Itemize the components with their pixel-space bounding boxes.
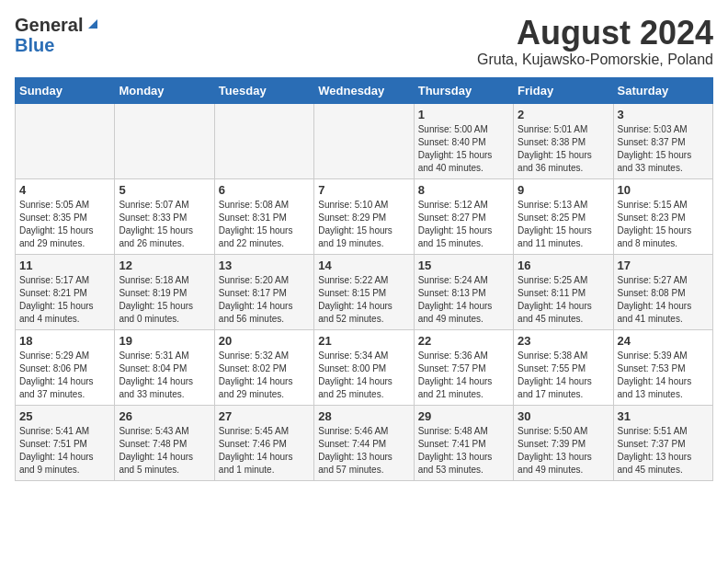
calendar-cell: 6Sunrise: 5:08 AM Sunset: 8:31 PM Daylig… <box>214 178 313 254</box>
day-number: 4 <box>19 183 110 197</box>
day-info: Sunrise: 5:22 AM Sunset: 8:15 PM Dayligh… <box>318 274 409 326</box>
calendar-cell <box>115 103 214 178</box>
logo-general: General <box>15 15 83 35</box>
calendar-cell: 13Sunrise: 5:20 AM Sunset: 8:17 PM Dayli… <box>214 254 313 329</box>
header-wednesday: Wednesday <box>314 77 414 103</box>
day-number: 14 <box>318 259 409 272</box>
calendar-cell: 18Sunrise: 5:29 AM Sunset: 8:06 PM Dayli… <box>16 329 115 405</box>
day-info: Sunrise: 5:43 AM Sunset: 7:48 PM Dayligh… <box>119 425 210 477</box>
day-info: Sunrise: 5:01 AM Sunset: 8:38 PM Dayligh… <box>518 123 609 175</box>
header-monday: Monday <box>115 77 214 103</box>
calendar-cell: 7Sunrise: 5:10 AM Sunset: 8:29 PM Daylig… <box>314 178 414 254</box>
day-number: 13 <box>219 259 310 272</box>
day-info: Sunrise: 5:08 AM Sunset: 8:31 PM Dayligh… <box>219 199 310 250</box>
day-info: Sunrise: 5:39 AM Sunset: 7:53 PM Dayligh… <box>618 350 709 401</box>
calendar-cell: 25Sunrise: 5:41 AM Sunset: 7:51 PM Dayli… <box>16 405 115 480</box>
day-number: 6 <box>219 183 310 197</box>
day-info: Sunrise: 5:05 AM Sunset: 8:35 PM Dayligh… <box>19 199 110 250</box>
day-number: 17 <box>618 259 709 272</box>
day-number: 31 <box>618 409 709 423</box>
day-info: Sunrise: 5:31 AM Sunset: 8:04 PM Dayligh… <box>119 350 210 401</box>
page-header: General Blue August 2024 Gruta, Kujawsko… <box>15 15 713 68</box>
day-number: 10 <box>618 183 709 197</box>
calendar-week-1: 1Sunrise: 5:00 AM Sunset: 8:40 PM Daylig… <box>16 103 713 178</box>
day-number: 20 <box>219 334 310 348</box>
day-number: 12 <box>119 259 210 272</box>
calendar-cell: 26Sunrise: 5:43 AM Sunset: 7:48 PM Dayli… <box>115 405 214 480</box>
header-row: Sunday Monday Tuesday Wednesday Thursday… <box>16 77 713 103</box>
header-sunday: Sunday <box>16 77 115 103</box>
calendar-cell: 10Sunrise: 5:15 AM Sunset: 8:23 PM Dayli… <box>613 178 712 254</box>
calendar-cell: 23Sunrise: 5:38 AM Sunset: 7:55 PM Dayli… <box>514 329 613 405</box>
calendar-cell: 24Sunrise: 5:39 AM Sunset: 7:53 PM Dayli… <box>613 329 712 405</box>
calendar-cell: 20Sunrise: 5:32 AM Sunset: 8:02 PM Dayli… <box>214 329 313 405</box>
day-number: 24 <box>618 334 709 348</box>
day-info: Sunrise: 5:29 AM Sunset: 8:06 PM Dayligh… <box>19 350 110 401</box>
logo: General Blue <box>15 15 101 55</box>
calendar-week-4: 18Sunrise: 5:29 AM Sunset: 8:06 PM Dayli… <box>16 329 713 405</box>
day-info: Sunrise: 5:00 AM Sunset: 8:40 PM Dayligh… <box>418 123 509 175</box>
calendar-cell: 28Sunrise: 5:46 AM Sunset: 7:44 PM Dayli… <box>314 405 414 480</box>
calendar-week-3: 11Sunrise: 5:17 AM Sunset: 8:21 PM Dayli… <box>16 254 713 329</box>
calendar-cell: 11Sunrise: 5:17 AM Sunset: 8:21 PM Dayli… <box>16 254 115 329</box>
calendar-week-5: 25Sunrise: 5:41 AM Sunset: 7:51 PM Dayli… <box>16 405 713 480</box>
calendar-cell: 19Sunrise: 5:31 AM Sunset: 8:04 PM Dayli… <box>115 329 214 405</box>
calendar-cell: 22Sunrise: 5:36 AM Sunset: 7:57 PM Dayli… <box>414 329 513 405</box>
calendar-cell: 15Sunrise: 5:24 AM Sunset: 8:13 PM Dayli… <box>414 254 513 329</box>
calendar-cell <box>16 103 115 178</box>
title-section: August 2024 Gruta, Kujawsko-Pomorskie, P… <box>477 15 713 68</box>
calendar-title: August 2024 <box>477 15 713 52</box>
day-number: 22 <box>418 334 509 348</box>
day-number: 23 <box>518 334 609 348</box>
day-info: Sunrise: 5:41 AM Sunset: 7:51 PM Dayligh… <box>19 425 110 477</box>
day-info: Sunrise: 5:50 AM Sunset: 7:39 PM Dayligh… <box>518 425 609 477</box>
day-info: Sunrise: 5:25 AM Sunset: 8:11 PM Dayligh… <box>518 274 609 326</box>
calendar-cell: 9Sunrise: 5:13 AM Sunset: 8:25 PM Daylig… <box>514 178 613 254</box>
day-number: 2 <box>518 108 609 121</box>
calendar-cell: 30Sunrise: 5:50 AM Sunset: 7:39 PM Dayli… <box>514 405 613 480</box>
calendar-cell: 16Sunrise: 5:25 AM Sunset: 8:11 PM Dayli… <box>514 254 613 329</box>
header-saturday: Saturday <box>613 77 712 103</box>
day-info: Sunrise: 5:10 AM Sunset: 8:29 PM Dayligh… <box>318 199 409 250</box>
day-number: 21 <box>318 334 409 348</box>
logo-blue: Blue <box>15 35 54 55</box>
calendar-cell: 2Sunrise: 5:01 AM Sunset: 8:38 PM Daylig… <box>514 103 613 178</box>
day-info: Sunrise: 5:15 AM Sunset: 8:23 PM Dayligh… <box>618 199 709 250</box>
day-number: 1 <box>418 108 509 121</box>
calendar-cell: 5Sunrise: 5:07 AM Sunset: 8:33 PM Daylig… <box>115 178 214 254</box>
calendar-cell: 17Sunrise: 5:27 AM Sunset: 8:08 PM Dayli… <box>613 254 712 329</box>
calendar-cell: 12Sunrise: 5:18 AM Sunset: 8:19 PM Dayli… <box>115 254 214 329</box>
day-number: 29 <box>418 409 509 423</box>
day-number: 15 <box>418 259 509 272</box>
day-number: 11 <box>19 259 110 272</box>
day-info: Sunrise: 5:27 AM Sunset: 8:08 PM Dayligh… <box>618 274 709 326</box>
calendar-cell: 1Sunrise: 5:00 AM Sunset: 8:40 PM Daylig… <box>414 103 513 178</box>
svg-marker-0 <box>88 19 97 29</box>
day-number: 16 <box>518 259 609 272</box>
calendar-body: 1Sunrise: 5:00 AM Sunset: 8:40 PM Daylig… <box>16 103 713 480</box>
day-info: Sunrise: 5:07 AM Sunset: 8:33 PM Dayligh… <box>119 199 210 250</box>
day-info: Sunrise: 5:32 AM Sunset: 8:02 PM Dayligh… <box>219 350 310 401</box>
day-number: 9 <box>518 183 609 197</box>
day-number: 18 <box>19 334 110 348</box>
day-info: Sunrise: 5:46 AM Sunset: 7:44 PM Dayligh… <box>318 425 409 477</box>
day-info: Sunrise: 5:17 AM Sunset: 8:21 PM Dayligh… <box>19 274 110 326</box>
day-number: 8 <box>418 183 509 197</box>
calendar-cell: 27Sunrise: 5:45 AM Sunset: 7:46 PM Dayli… <box>214 405 313 480</box>
header-thursday: Thursday <box>414 77 513 103</box>
calendar-cell <box>214 103 313 178</box>
calendar-table: Sunday Monday Tuesday Wednesday Thursday… <box>15 77 713 481</box>
calendar-cell: 8Sunrise: 5:12 AM Sunset: 8:27 PM Daylig… <box>414 178 513 254</box>
day-info: Sunrise: 5:18 AM Sunset: 8:19 PM Dayligh… <box>119 274 210 326</box>
day-number: 25 <box>19 409 110 423</box>
day-number: 19 <box>119 334 210 348</box>
day-info: Sunrise: 5:34 AM Sunset: 8:00 PM Dayligh… <box>318 350 409 401</box>
day-number: 5 <box>119 183 210 197</box>
header-friday: Friday <box>514 77 613 103</box>
day-info: Sunrise: 5:36 AM Sunset: 7:57 PM Dayligh… <box>418 350 509 401</box>
calendar-cell: 14Sunrise: 5:22 AM Sunset: 8:15 PM Dayli… <box>314 254 414 329</box>
day-info: Sunrise: 5:12 AM Sunset: 8:27 PM Dayligh… <box>418 199 509 250</box>
day-number: 30 <box>518 409 609 423</box>
calendar-cell: 3Sunrise: 5:03 AM Sunset: 8:37 PM Daylig… <box>613 103 712 178</box>
day-info: Sunrise: 5:20 AM Sunset: 8:17 PM Dayligh… <box>219 274 310 326</box>
